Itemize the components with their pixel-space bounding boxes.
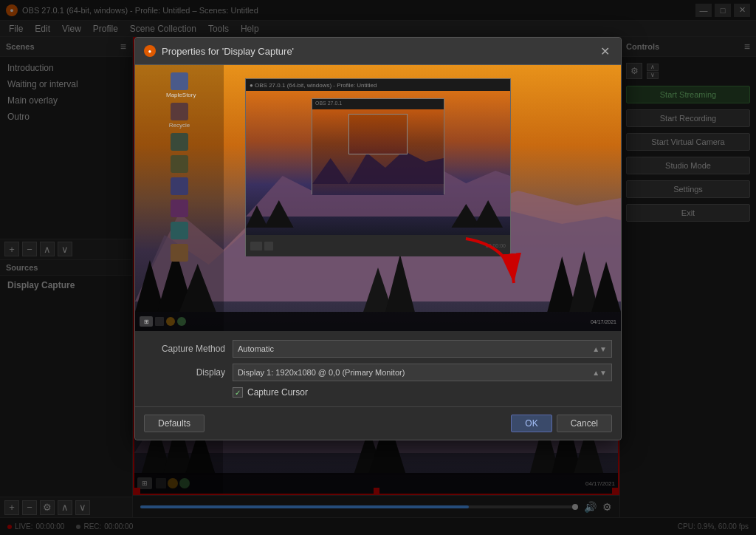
display-row: Display Display 1: 1920x1080 @ 0,0 (Prim… xyxy=(144,364,612,381)
display-select[interactable]: Display 1: 1920x1080 @ 0,0 (Primary Moni… xyxy=(233,364,612,381)
modal-overlay: ● Properties for 'Display Capture' ✕ xyxy=(0,0,756,535)
modal-preview-taskbar: ⊞ 04/17/2021 xyxy=(135,312,621,331)
red-arrow xyxy=(451,231,525,290)
defaults-button[interactable]: Defaults xyxy=(144,415,205,432)
capture-method-value: Automatic xyxy=(238,344,274,353)
svg-marker-32 xyxy=(312,151,444,184)
capture-method-label: Capture Method xyxy=(144,344,225,354)
capture-cursor-row: ✓ Capture Cursor xyxy=(233,387,612,398)
ok-button[interactable]: OK xyxy=(511,415,551,432)
svg-marker-24 xyxy=(591,262,621,312)
modal-properties: Capture Method Automatic ▲▼ Display Disp… xyxy=(135,331,621,406)
svg-marker-31 xyxy=(473,200,503,228)
capture-method-arrow: ▲▼ xyxy=(592,345,607,353)
display-label: Display xyxy=(144,367,225,378)
capture-method-row: Capture Method Automatic ▲▼ xyxy=(144,340,612,358)
modal-inner-obs: ● OBS 27.0.1 (64-bit, windows) - Profile… xyxy=(245,78,511,256)
capture-cursor-label: Capture Cursor xyxy=(247,387,308,398)
modal-title-left: ● Properties for 'Display Capture' xyxy=(144,45,294,57)
modal-footer: Defaults OK Cancel xyxy=(135,406,621,440)
modal-preview: MapleStory Recycle ● OBS 27.0.1 (64-bit,… xyxy=(135,65,621,331)
cancel-button[interactable]: Cancel xyxy=(557,415,612,432)
modal-close-button[interactable]: ✕ xyxy=(597,44,612,58)
properties-dialog: ● Properties for 'Display Capture' ✕ xyxy=(134,37,622,440)
capture-method-select[interactable]: Automatic ▲▼ xyxy=(233,340,612,358)
svg-marker-28 xyxy=(246,205,268,228)
modal-title: Properties for 'Display Capture' xyxy=(162,46,294,57)
display-value: Display 1: 1920x1080 @ 0,0 (Primary Moni… xyxy=(238,368,405,377)
modal-obs-icon: ● xyxy=(144,45,156,57)
capture-cursor-checkbox[interactable]: ✓ xyxy=(233,387,243,398)
modal-titlebar: ● Properties for 'Display Capture' ✕ xyxy=(135,38,621,65)
svg-marker-26 xyxy=(385,254,415,312)
modal-desktop-icons: MapleStory Recycle xyxy=(135,65,224,331)
svg-marker-29 xyxy=(264,200,294,228)
modal-desktop-preview: MapleStory Recycle ● OBS 27.0.1 (64-bit,… xyxy=(135,65,621,331)
display-arrow: ▲▼ xyxy=(592,369,607,377)
